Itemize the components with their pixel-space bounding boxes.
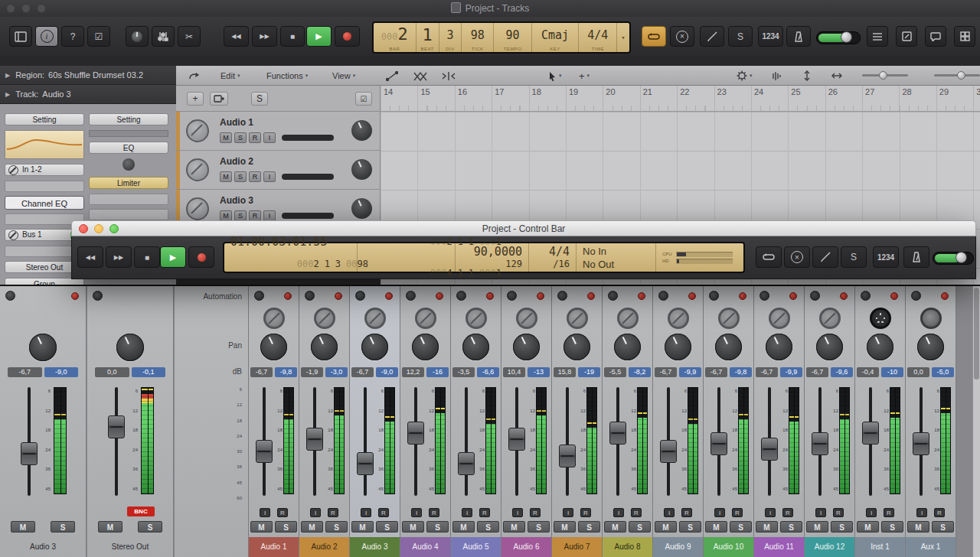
record-enable-button[interactable]: R: [249, 132, 261, 143]
volume-db-value[interactable]: -6,7: [655, 367, 677, 377]
volume-db-value[interactable]: 0,0: [95, 367, 129, 377]
record-enable-dot[interactable]: [587, 292, 595, 300]
scrollbar-thumb[interactable]: [974, 288, 979, 379]
lcd-chevron-icon[interactable]: ▾: [617, 23, 629, 52]
volume-knob[interactable]: [841, 31, 852, 43]
peak-db-value[interactable]: -9,9: [780, 367, 802, 377]
quick-help-button[interactable]: ?: [61, 26, 84, 47]
empty-insert-slot[interactable]: [5, 181, 84, 192]
input-monitor-button[interactable]: I: [765, 508, 776, 517]
bar-ruler[interactable]: 14 15 16 17 18 19 20 21 22 23 24 25 26 2…: [381, 86, 980, 112]
functions-menu[interactable]: Functions▾: [266, 66, 308, 86]
volume-db-value[interactable]: 10,4: [503, 367, 525, 377]
solo-button[interactable]: S: [780, 521, 802, 533]
channel-type-icon[interactable]: [870, 308, 891, 329]
horizontal-auto-zoom-button[interactable]: [831, 66, 842, 86]
fader-handle[interactable]: [710, 432, 727, 455]
solo-button[interactable]: S: [325, 521, 348, 533]
pan-knob[interactable]: [260, 334, 287, 360]
input-monitor-button[interactable]: I: [512, 508, 523, 517]
forward-button[interactable]: ▶▶: [252, 26, 277, 47]
record-enable-dot[interactable]: [436, 292, 443, 300]
fader-handle[interactable]: [357, 452, 374, 475]
record-button[interactable]: R: [328, 508, 338, 517]
solo-button[interactable]: S: [234, 132, 247, 143]
peak-db-value[interactable]: -0,1: [132, 367, 166, 377]
record-button[interactable]: R: [479, 508, 490, 517]
mute-button[interactable]: M: [756, 521, 778, 533]
input-slot[interactable]: In 1-2: [5, 164, 84, 176]
mute-button[interactable]: M: [907, 521, 929, 533]
channel-name[interactable]: Audio 6: [501, 537, 551, 557]
channel-name[interactable]: Inst 1: [855, 537, 905, 557]
track-name[interactable]: Audio 1: [220, 117, 253, 128]
replace-button[interactable]: ×: [784, 246, 810, 268]
fader-handle[interactable]: [761, 438, 778, 461]
pan-knob[interactable]: [513, 334, 540, 360]
record-enable-dot[interactable]: [638, 292, 645, 300]
record-enable-dot[interactable]: [688, 292, 696, 300]
mute-button[interactable]: M: [402, 521, 424, 533]
volume-db-value[interactable]: -6,7: [8, 367, 42, 377]
mute-button[interactable]: M: [705, 521, 727, 533]
pan-knob[interactable]: [116, 334, 144, 361]
solo-button[interactable]: S: [426, 521, 449, 533]
solo-button[interactable]: S: [730, 521, 752, 533]
solo-button[interactable]: S: [234, 210, 247, 221]
disclosure-triangle-icon[interactable]: ▶: [5, 72, 10, 79]
peak-db-value[interactable]: -3,0: [325, 367, 348, 377]
pan-knob[interactable]: [311, 334, 338, 360]
record-enable-dot[interactable]: [284, 292, 292, 300]
gain-knob[interactable]: [557, 291, 567, 301]
fader-handle[interactable]: [508, 428, 525, 451]
mute-button[interactable]: M: [250, 521, 273, 533]
channel-name[interactable]: Audio 3: [350, 537, 400, 557]
peak-db-value[interactable]: -9,8: [730, 367, 752, 377]
tuner-button[interactable]: [700, 26, 724, 47]
channel-name[interactable]: Audio 11: [754, 537, 804, 557]
fader-handle[interactable]: [609, 422, 626, 445]
track-name[interactable]: Audio 3: [220, 195, 253, 206]
input-monitor-button[interactable]: I: [310, 508, 321, 517]
record-button[interactable]: [188, 246, 214, 268]
track-icon[interactable]: [186, 158, 209, 181]
channel-name[interactable]: Stereo Out: [87, 537, 173, 557]
solo-button[interactable]: S: [477, 521, 499, 533]
gain-knob[interactable]: [456, 291, 466, 301]
catch-playhead-button[interactable]: [188, 66, 201, 86]
track-settings-menu[interactable]: ▾: [737, 66, 753, 86]
peak-db-value[interactable]: -13: [528, 367, 550, 377]
compressor-knob-icon[interactable]: [122, 158, 135, 171]
channel-type-icon[interactable]: [567, 308, 588, 329]
volume-db-value[interactable]: 0,0: [907, 367, 929, 377]
metronome-button[interactable]: [903, 246, 929, 268]
volume-db-value[interactable]: -1,9: [301, 367, 323, 377]
solo-button[interactable]: S: [51, 521, 75, 533]
pan-knob[interactable]: [867, 334, 893, 360]
channel-name[interactable]: Audio 10: [704, 537, 753, 557]
peak-db-value[interactable]: -16: [426, 367, 449, 377]
track-pan-knob[interactable]: [351, 198, 372, 219]
channel-name[interactable]: Aux 1: [906, 537, 956, 557]
fader-handle[interactable]: [660, 440, 677, 463]
horizontal-zoom-slider[interactable]: [934, 74, 980, 77]
peak-db-value[interactable]: -9,0: [44, 367, 79, 377]
record-enable-dot[interactable]: [739, 292, 746, 300]
mute-button[interactable]: M: [554, 521, 576, 533]
channel-name[interactable]: Audio 7: [552, 537, 602, 557]
solo-button[interactable]: S: [275, 521, 297, 533]
solo-button[interactable]: S: [881, 521, 903, 533]
input-monitor-button[interactable]: I: [260, 508, 270, 517]
solo-button[interactable]: S: [679, 521, 701, 533]
peak-db-value[interactable]: -8,2: [629, 367, 651, 377]
channel-name[interactable]: Audio 8: [603, 537, 652, 557]
volume-db-value[interactable]: -6,7: [756, 367, 778, 377]
track-pan-knob[interactable]: [351, 159, 372, 180]
record-enable-dot[interactable]: [840, 292, 848, 300]
input-monitor-button[interactable]: I: [866, 508, 877, 517]
disclosure-triangle-icon[interactable]: ▶: [5, 91, 10, 98]
inspector-toggle-button[interactable]: i: [35, 26, 58, 47]
record-button[interactable]: R: [580, 508, 591, 517]
track-inspector-header[interactable]: ▶ Track: Audio 3: [0, 85, 176, 104]
stop-button[interactable]: ■: [280, 26, 305, 47]
